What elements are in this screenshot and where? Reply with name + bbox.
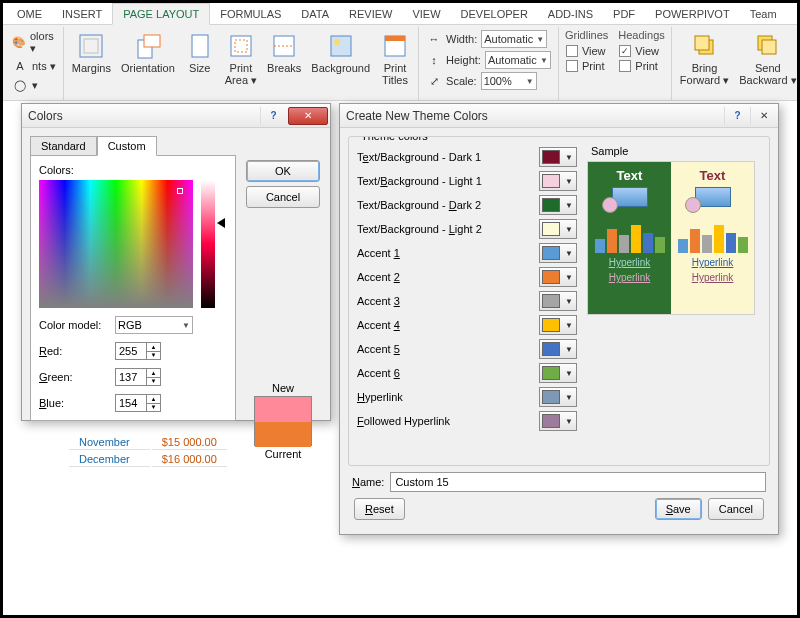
svg-rect-9 <box>331 36 351 56</box>
theme-color-button[interactable]: ▼ <box>539 195 577 215</box>
scale-height[interactable]: ↕Height:Automatic▼ <box>425 50 552 70</box>
ribbon-tab-insert[interactable]: INSERT <box>52 4 112 24</box>
theme-color-label: Accent 2 <box>357 271 533 283</box>
ribbon-tab-pdf[interactable]: PDF <box>603 4 645 24</box>
ribbon-tab-data[interactable]: DATA <box>291 4 339 24</box>
color-swatch-icon <box>542 198 560 212</box>
theme-color-label: Accent 4 <box>357 319 533 331</box>
breaks-button[interactable]: Breaks <box>265 29 303 76</box>
font-icon: A <box>12 58 28 74</box>
green-input[interactable]: ▲▼ <box>115 368 161 386</box>
spin-up-icon[interactable]: ▲ <box>146 343 160 352</box>
gridlines-view[interactable]: View <box>565 44 608 58</box>
theme-color-button[interactable]: ▼ <box>539 315 577 335</box>
orientation-button[interactable]: Orientation <box>119 29 177 76</box>
close-button[interactable]: ✕ <box>750 107 776 125</box>
shape-circle-icon <box>685 197 701 213</box>
help-button[interactable]: ? <box>260 107 286 125</box>
width-dropdown[interactable]: Automatic▼ <box>481 30 547 48</box>
spin-down-icon[interactable]: ▼ <box>146 352 160 360</box>
theme-color-button[interactable]: ▼ <box>539 147 577 167</box>
cancel-button[interactable]: Cancel <box>708 498 764 520</box>
ok-button[interactable]: OK <box>246 160 320 182</box>
color-model-dropdown[interactable]: RGB▼ <box>115 316 193 334</box>
color-swatch-icon <box>542 366 560 380</box>
titlebar[interactable]: Create New Theme Colors ? ✕ <box>340 104 778 128</box>
scale-dropdown[interactable]: 100%▼ <box>481 72 537 90</box>
scale-width[interactable]: ↔Width:Automatic▼ <box>425 29 552 49</box>
ribbon-tab-formulas[interactable]: FORMULAS <box>210 4 291 24</box>
reset-button[interactable]: Reset <box>354 498 405 520</box>
chevron-down-icon: ▼ <box>565 153 573 162</box>
cancel-button[interactable]: Cancel <box>246 186 320 208</box>
tab-custom[interactable]: Custom <box>97 136 157 156</box>
theme-color-button[interactable]: ▼ <box>539 411 577 431</box>
help-button[interactable]: ? <box>724 107 750 125</box>
theme-color-button[interactable]: ▼ <box>539 387 577 407</box>
theme-color-button[interactable]: ▼ <box>539 219 577 239</box>
themes-fonts[interactable]: Ants ▾ <box>11 57 57 75</box>
themes-effects[interactable]: ◯▾ <box>11 76 57 94</box>
ribbon-tab-page-layout[interactable]: PAGE LAYOUT <box>112 3 210 25</box>
print-area-button[interactable]: Print Area ▾ <box>223 29 259 88</box>
svg-rect-0 <box>80 35 102 57</box>
theme-color-label: Accent 1 <box>357 247 533 259</box>
themes-colors[interactable]: 🎨olors ▾ <box>11 29 57 56</box>
name-input[interactable] <box>390 472 766 492</box>
dialog-title: Create New Theme Colors <box>346 109 488 123</box>
theme-color-label: Accent 6 <box>357 367 533 379</box>
ribbon-tab-powerpivot[interactable]: POWERPIVOT <box>645 4 740 24</box>
green-label: Green: <box>39 371 111 383</box>
save-button[interactable]: Save <box>655 498 702 520</box>
ribbon-tab-add-ins[interactable]: ADD-INS <box>538 4 603 24</box>
table-row: November$15 000.00 <box>69 435 227 450</box>
chevron-down-icon: ▼ <box>565 177 573 186</box>
theme-color-button[interactable]: ▼ <box>539 363 577 383</box>
hue-arrow-icon[interactable] <box>217 218 225 228</box>
theme-color-button[interactable]: ▼ <box>539 339 577 359</box>
scale-percent[interactable]: ⤢Scale:100%▼ <box>425 71 552 91</box>
red-input[interactable]: ▲▼ <box>115 342 161 360</box>
hue-bar[interactable] <box>201 180 215 308</box>
chevron-down-icon: ▼ <box>565 321 573 330</box>
svg-rect-16 <box>762 40 776 54</box>
ribbon-tab-review[interactable]: REVIEW <box>339 4 402 24</box>
background-button[interactable]: Background <box>309 29 372 76</box>
color-spectrum[interactable] <box>39 180 193 308</box>
titlebar[interactable]: Colors ? ✕ <box>22 104 330 128</box>
theme-color-label: Hyperlink <box>357 391 533 403</box>
print-titles-button[interactable]: Print Titles <box>378 29 412 88</box>
blue-input[interactable]: ▲▼ <box>115 394 161 412</box>
theme-color-button[interactable]: ▼ <box>539 243 577 263</box>
headings-print[interactable]: Print <box>618 59 664 73</box>
theme-color-row: Text/Background - Light 1▼ <box>357 169 577 193</box>
spin-down-icon[interactable]: ▼ <box>146 378 160 386</box>
sample-bars-icon <box>595 219 665 253</box>
theme-color-label: Text/Background - Dark 1 <box>357 151 533 163</box>
bring-forward-button[interactable]: Bring Forward ▾ <box>678 29 731 88</box>
close-button[interactable]: ✕ <box>288 107 328 125</box>
chevron-down-icon: ▼ <box>565 393 573 402</box>
spin-down-icon[interactable]: ▼ <box>146 404 160 412</box>
headings-view[interactable]: ✓View <box>618 44 664 58</box>
size-button[interactable]: Size <box>183 29 217 76</box>
ribbon-tab-developer[interactable]: DEVELOPER <box>451 4 538 24</box>
current-label: Current <box>246 448 320 460</box>
tab-standard[interactable]: Standard <box>30 136 97 156</box>
spin-up-icon[interactable]: ▲ <box>146 395 160 404</box>
theme-color-button[interactable]: ▼ <box>539 267 577 287</box>
ribbon-tab-view[interactable]: VIEW <box>402 4 450 24</box>
theme-color-button[interactable]: ▼ <box>539 291 577 311</box>
chevron-down-icon: ▼ <box>565 417 573 426</box>
color-swatch-icon <box>542 222 560 236</box>
chevron-down-icon: ▼ <box>565 201 573 210</box>
height-dropdown[interactable]: Automatic▼ <box>485 51 551 69</box>
send-backward-button[interactable]: Send Backward ▾ <box>737 29 797 88</box>
theme-color-button[interactable]: ▼ <box>539 171 577 191</box>
spin-up-icon[interactable]: ▲ <box>146 369 160 378</box>
margins-button[interactable]: Margins <box>70 29 113 76</box>
ribbon-tab-ome[interactable]: OME <box>7 4 52 24</box>
ribbon-tab-team[interactable]: Team <box>740 4 787 24</box>
print-titles-icon <box>380 31 410 61</box>
gridlines-print[interactable]: Print <box>565 59 608 73</box>
